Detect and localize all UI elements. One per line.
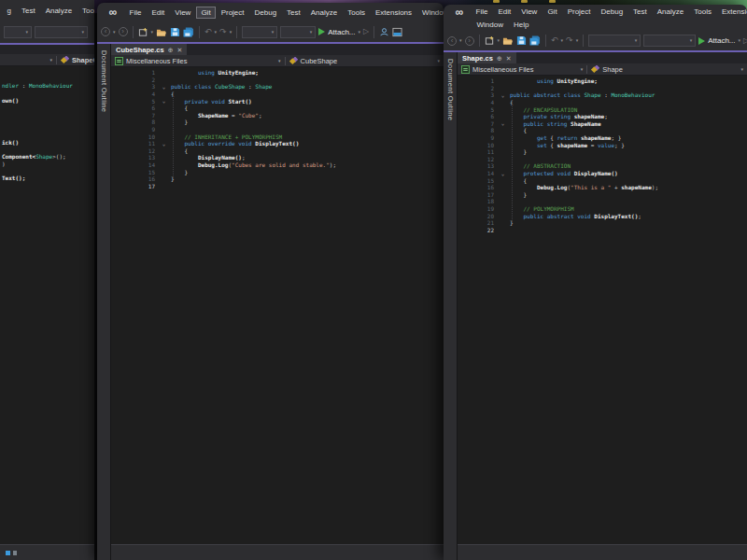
menu-item-view[interactable]: View bbox=[516, 6, 543, 18]
class-dropdown[interactable]: CubeShape ▾ bbox=[286, 57, 444, 65]
chevron-down-icon[interactable]: ▾ bbox=[459, 38, 462, 43]
code-line-5[interactable]: 5⌄ private void Start() bbox=[111, 97, 444, 105]
navigate-back-icon[interactable]: ‹ bbox=[447, 36, 457, 46]
new-project-icon[interactable] bbox=[485, 35, 495, 46]
pin-icon[interactable]: ⊕ bbox=[497, 55, 502, 62]
code-line-16[interactable]: Text(); bbox=[0, 175, 94, 182]
code-line-11[interactable]: 11⌄ public override void DisplayText() bbox=[111, 140, 444, 147]
code-line-1[interactable]: 1 using UnityEngine; bbox=[111, 69, 444, 77]
code-line-4[interactable] bbox=[0, 90, 94, 97]
navigate-back-icon[interactable]: ‹ bbox=[101, 27, 110, 36]
code-line-8[interactable] bbox=[0, 118, 94, 125]
fold-chevron-icon[interactable]: ⌄ bbox=[160, 98, 168, 104]
code-line-9[interactable]: 9 get { return shapeName; } bbox=[458, 134, 747, 142]
code-line-12[interactable] bbox=[0, 147, 94, 154]
menu-item-file[interactable]: File bbox=[124, 7, 147, 19]
menu-item-analyze[interactable]: Analyze bbox=[40, 5, 77, 17]
redo-icon[interactable]: ↷ bbox=[219, 28, 227, 36]
menu-item-test[interactable]: Test bbox=[628, 6, 653, 18]
code-line-13[interactable]: Component<Shape>(); bbox=[0, 153, 94, 161]
code-line-18[interactable]: 18 bbox=[458, 198, 747, 205]
menu-item-tools[interactable]: Tools bbox=[343, 7, 371, 19]
attach-button[interactable]: Attach... bbox=[328, 28, 355, 36]
save-icon[interactable] bbox=[170, 27, 180, 37]
code-editor[interactable]: 1 using UnityEngine;23⌄public abstract c… bbox=[458, 76, 747, 544]
code-editor[interactable]: 1 using UnityEngine;23⌄public class Cube… bbox=[111, 67, 444, 544]
class-dropdown[interactable]: ShapeCli bbox=[57, 56, 94, 64]
project-dropdown[interactable]: Miscellaneous Files ▾ bbox=[458, 65, 586, 74]
code-line-3[interactable]: 3⌄public abstract class Shape : MonoBeha… bbox=[458, 91, 747, 99]
chevron-down-icon[interactable]: ▾ bbox=[359, 30, 361, 35]
code-line-17[interactable]: 17 bbox=[111, 183, 444, 190]
code-editor[interactable]: ndler : MonoBehaviourown()ick()Component… bbox=[0, 66, 94, 544]
save-icon[interactable] bbox=[516, 35, 527, 46]
chevron-down-icon[interactable]: ▾ bbox=[561, 38, 564, 43]
redo-icon[interactable]: ↷ bbox=[566, 36, 573, 45]
save-all-icon[interactable] bbox=[183, 27, 194, 37]
code-line-17[interactable]: 17 } bbox=[458, 191, 747, 199]
chevron-down-icon[interactable]: ▾ bbox=[230, 30, 233, 35]
code-line-15[interactable]: 15 { bbox=[458, 176, 747, 184]
undo-icon[interactable]: ↶ bbox=[551, 36, 558, 45]
menu-item-analyze[interactable]: Analyze bbox=[305, 7, 342, 19]
open-folder-icon[interactable] bbox=[156, 27, 167, 37]
code-line-8[interactable]: 8 { bbox=[458, 127, 747, 134]
menu-item-tools[interactable]: Tools bbox=[689, 6, 717, 18]
code-line-10[interactable]: 10 // INHERITANCE + POLYMORPHISM bbox=[111, 133, 444, 140]
attach-button[interactable]: Attach... bbox=[708, 36, 735, 45]
chevron-down-icon[interactable]: ▾ bbox=[113, 30, 116, 35]
close-icon[interactable]: ✕ bbox=[506, 55, 512, 62]
code-line-13[interactable]: 13 DisplayName(); bbox=[111, 154, 444, 161]
code-line-4[interactable]: 4{ bbox=[111, 91, 444, 98]
navigate-forward-icon[interactable]: › bbox=[465, 36, 474, 46]
menu-item-git[interactable]: Git bbox=[543, 6, 562, 18]
code-line-22[interactable]: 22 bbox=[458, 226, 747, 233]
platform-dropdown[interactable]: ▾ bbox=[280, 26, 316, 38]
fold-chevron-icon[interactable]: ⌄ bbox=[160, 84, 168, 90]
code-line-11[interactable]: 11 } bbox=[458, 148, 747, 156]
start-debug-icon[interactable] bbox=[698, 37, 705, 45]
code-line-4[interactable]: 4{ bbox=[458, 99, 747, 106]
code-line-12[interactable]: 12 bbox=[458, 156, 747, 163]
config-dropdown[interactable]: ▾ bbox=[4, 26, 32, 38]
menu-item-view[interactable]: View bbox=[170, 7, 196, 19]
menu-item-git[interactable]: Git bbox=[196, 7, 216, 19]
chevron-down-icon[interactable]: ▾ bbox=[151, 30, 154, 35]
code-line-20[interactable]: 20 public abstract void DisplayText(); bbox=[458, 212, 747, 219]
chevron-down-icon[interactable]: ▾ bbox=[498, 38, 500, 43]
menu-item-debug[interactable]: Debug bbox=[596, 6, 628, 18]
code-line-7[interactable]: 7⌄ public string ShapeName bbox=[458, 120, 747, 128]
menu-item-extensions[interactable]: Extensions bbox=[370, 7, 416, 19]
code-line-6[interactable]: 6 { bbox=[111, 105, 444, 112]
code-line-16[interactable]: 16 Debug.Log("This is a " + shapeName); bbox=[458, 184, 747, 191]
code-line-12[interactable]: 12 { bbox=[111, 147, 444, 155]
new-project-icon[interactable] bbox=[138, 27, 148, 37]
menu-item-tools[interactable]: Tools bbox=[78, 5, 94, 17]
code-line-7[interactable] bbox=[0, 111, 94, 119]
project-dropdown[interactable]: ▾ bbox=[0, 57, 56, 63]
menu-item-g[interactable]: g bbox=[2, 5, 16, 17]
code-line-7[interactable]: 7 ShapeName = "Cube"; bbox=[111, 112, 444, 119]
code-line-15[interactable] bbox=[0, 167, 94, 175]
close-icon[interactable]: ✕ bbox=[177, 47, 183, 53]
menu-item-analyze[interactable]: Analyze bbox=[652, 6, 688, 18]
chevron-down-icon[interactable]: ▾ bbox=[739, 38, 741, 43]
code-line-2[interactable]: 2 bbox=[111, 77, 444, 84]
menu-item-extensions[interactable]: Extensions bbox=[716, 6, 747, 18]
platform-dropdown[interactable]: ▾ bbox=[643, 35, 696, 47]
fold-chevron-icon[interactable]: ⌄ bbox=[499, 171, 507, 176]
window-layout-icon[interactable] bbox=[392, 27, 402, 37]
code-line-6[interactable] bbox=[0, 104, 94, 111]
class-dropdown[interactable]: Shape ▾ bbox=[587, 65, 747, 74]
code-line-17[interactable] bbox=[0, 182, 94, 189]
code-line-19[interactable]: 19 // POLYMORPHISM bbox=[458, 205, 747, 213]
fold-chevron-icon[interactable]: ⌄ bbox=[499, 92, 507, 98]
configuration-dropdown[interactable]: ▾ bbox=[588, 35, 641, 47]
fold-chevron-icon[interactable]: ⌄ bbox=[160, 141, 168, 147]
code-line-11[interactable]: ick() bbox=[0, 139, 94, 147]
code-line-14[interactable]: ) bbox=[0, 161, 94, 168]
document-outline-tab[interactable]: Document Outline bbox=[444, 52, 458, 560]
code-line-10[interactable] bbox=[0, 132, 94, 139]
code-line-3[interactable]: ndler : MonoBehaviour bbox=[0, 82, 94, 90]
menu-item-window[interactable]: Window bbox=[472, 19, 508, 31]
